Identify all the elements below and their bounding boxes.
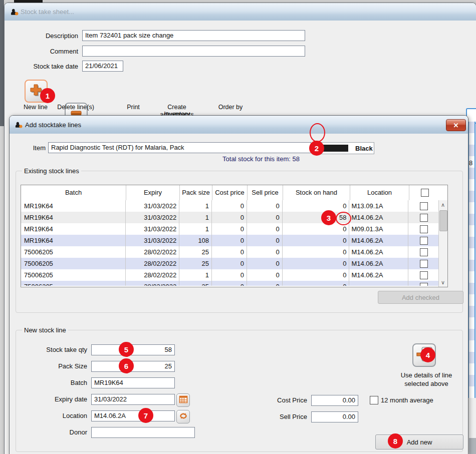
comment-input[interactable]: [82, 46, 305, 57]
location-refresh-button[interactable]: [176, 410, 190, 423]
background-row-band: [469, 340, 474, 352]
cell-sell: 0: [247, 235, 283, 246]
donor-input[interactable]: [91, 427, 195, 438]
row-checkbox[interactable]: [420, 202, 428, 210]
cell-batch: 75006205: [21, 269, 126, 281]
cost-price-input[interactable]: 0.00: [311, 395, 358, 406]
msupply-logo-icon: [14, 121, 23, 131]
calendar-button[interactable]: [176, 393, 190, 407]
table-row[interactable]: 7500620528/02/20221000M14.06.2A: [21, 269, 439, 281]
stock-take-date-label: Stock take date: [21, 63, 78, 70]
cell-cost: 0: [212, 235, 247, 246]
cell-loc: M14.06.2A: [349, 235, 408, 246]
scroll-up-button[interactable]: ∧: [439, 200, 447, 209]
table-row[interactable]: 7500620528/02/202225000: [21, 281, 439, 286]
background-window-edge: [0, 0, 4, 126]
cell-cost: 0: [212, 223, 247, 235]
cell-expiry: 31/03/2022: [126, 235, 179, 246]
row-checkbox[interactable]: [420, 283, 428, 286]
header-checkbox[interactable]: [421, 189, 429, 197]
background-window-body-fragment: [469, 398, 476, 438]
header-pack-size[interactable]: Pack size: [180, 185, 212, 200]
row-checkbox[interactable]: [420, 260, 428, 268]
annotation-badge-6: 6: [119, 358, 134, 373]
table-row[interactable]: MR19K6431/03/2022108000M14.06.2A: [21, 235, 439, 246]
row-checkbox[interactable]: [420, 271, 428, 279]
cell-batch: 75006205: [21, 258, 126, 269]
cell-pack: 25: [179, 281, 212, 286]
row-checkbox[interactable]: [420, 214, 428, 222]
total-stock-text: Total stock for this item: 58: [151, 155, 371, 163]
cell-pack: 1: [179, 212, 212, 223]
background-row-band: [469, 363, 474, 375]
background-row-band: [469, 179, 474, 191]
header-batch[interactable]: Batch: [21, 185, 126, 200]
description-input[interactable]: Item 732401 pack size change: [82, 30, 305, 41]
batch-input[interactable]: MR19K64: [91, 377, 175, 388]
header-cost-price[interactable]: Cost price: [212, 185, 248, 200]
close-button[interactable]: ✕: [446, 119, 466, 131]
cell-sell: 0: [247, 200, 283, 212]
refresh-icon: [179, 411, 188, 422]
dialog-title: Add stocktake lines: [25, 121, 81, 129]
header-sell-price[interactable]: Sell price: [248, 185, 283, 200]
scroll-thumb[interactable]: [439, 210, 447, 231]
donor-label: Donor: [21, 428, 87, 436]
cell-batch: MR19K64: [21, 223, 126, 235]
location-label: Location: [21, 412, 87, 419]
cell-cost: 0: [212, 269, 247, 281]
stock-take-date-input[interactable]: 21/06/2021: [82, 61, 123, 72]
stock-take-sheet-titlebar[interactable]: Stock take sheet...: [5, 3, 476, 21]
table-row[interactable]: 7500620528/02/202225000M14.06.2A: [21, 246, 439, 258]
background-row-band: [469, 283, 474, 294]
row-checkbox[interactable]: [420, 248, 428, 256]
background-row-band: [469, 191, 474, 202]
cell-loc: M14.06.2A: [349, 246, 408, 258]
description-label: Description: [21, 32, 78, 40]
dialog-titlebar[interactable]: Add stocktake lines ✕: [10, 116, 468, 134]
cell-pack: 1: [179, 200, 212, 212]
background-row-band: [469, 214, 474, 225]
scroll-down-button[interactable]: ∨: [439, 278, 447, 287]
new-line-label: New line: [13, 104, 58, 111]
header-expiry[interactable]: Expiry: [126, 185, 180, 200]
table-row[interactable]: MR19K6431/03/20221000M13.09.1A: [21, 200, 439, 212]
twelve-month-average-checkbox[interactable]: [370, 396, 378, 404]
add-checked-button[interactable]: Add checked: [378, 291, 463, 304]
table-scrollbar[interactable]: ∧ ∨: [438, 200, 447, 287]
stock-lines-body: MR19K6431/03/20221000M13.09.1AMR19K6431/…: [21, 200, 439, 286]
cell-batch: MR19K64: [21, 200, 126, 212]
table-row[interactable]: MR19K6431/03/202210058M14.06.2A: [21, 212, 439, 223]
annotation-badge-1: 1: [40, 88, 55, 103]
use-details-label-line1: Use details of line: [389, 371, 464, 379]
row-checkbox-cell: [408, 269, 439, 281]
add-stocktake-lines-dialog: Add stocktake lines ✕ Item Rapid Diagnos…: [9, 115, 468, 454]
row-checkbox[interactable]: [420, 237, 428, 245]
table-row[interactable]: MR19K6431/03/20221000M09.01.3A: [21, 223, 439, 235]
cell-batch: 75006205: [21, 246, 126, 258]
expiry-date-input[interactable]: 31/03/2022: [91, 394, 175, 405]
item-input[interactable]: Rapid Diagnostic Test (RDT) for Malaria,…: [48, 142, 311, 153]
table-row[interactable]: 7500620528/02/202225000M14.06.2A: [21, 258, 439, 269]
row-checkbox-cell: [408, 281, 439, 286]
annotation-pointer-circle-2: [310, 123, 325, 142]
header-stock-on-hand[interactable]: Stock on hand: [283, 185, 350, 200]
header-location[interactable]: Location: [350, 185, 409, 200]
row-checkbox[interactable]: [420, 225, 428, 233]
cost-price-label: Cost Price: [257, 396, 307, 404]
cell-sell: 0: [247, 223, 283, 235]
cell-soh: 0: [283, 246, 350, 258]
twelve-month-average-label: 12 month average: [381, 396, 433, 404]
sell-price-label: Sell Price: [257, 413, 307, 420]
background-row-band: [469, 271, 474, 283]
cell-pack: 108: [179, 235, 212, 246]
cell-pack: 25: [179, 246, 212, 258]
background-row-band: [469, 386, 474, 398]
sell-price-input[interactable]: 0.00: [311, 411, 358, 422]
background-row-band: [469, 375, 474, 386]
annotation-badge-2: 2: [309, 141, 324, 156]
location-input[interactable]: M14.06.2A: [91, 410, 175, 421]
cell-pack: 1: [179, 223, 212, 235]
header-checkbox-cell: [409, 185, 440, 200]
annotation-badge-5: 5: [119, 342, 134, 357]
